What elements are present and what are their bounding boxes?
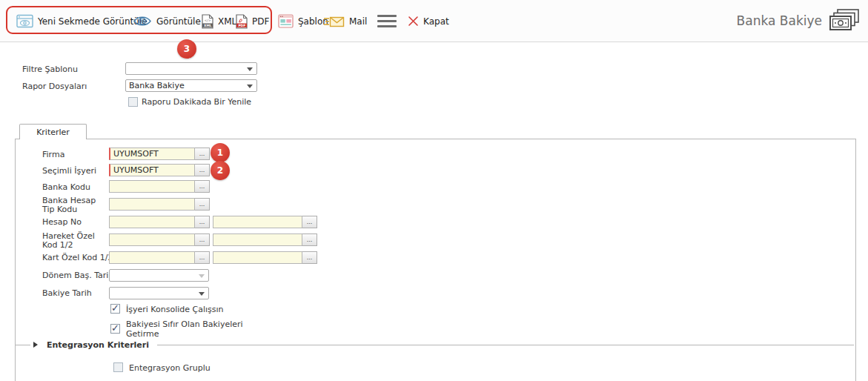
rapor-dosyalari-select[interactable]: Banka Bakiye <box>125 79 257 92</box>
view-label: Görüntüle <box>156 16 201 27</box>
hareket-ozel-kod-lookup-button-1[interactable]: ... <box>195 233 210 246</box>
banknotes-icon <box>828 8 861 35</box>
banka-hesap-tip-kodu-label: Banka Hesap Tip Kodu <box>42 196 110 214</box>
hesap-no-input-2[interactable] <box>213 216 302 228</box>
annotation-step-3: 3 <box>177 39 196 59</box>
entegrasyon-gruplu-label: Entegrasyon Gruplu <box>129 363 211 373</box>
firma-lookup-button[interactable]: ... <box>195 148 210 160</box>
page-title: Banka Bakiye <box>737 13 822 28</box>
template-button[interactable]: Şablon <box>278 0 328 42</box>
pdf-label: PDF <box>252 16 269 27</box>
xml-export-button[interactable]: </> XML XML <box>202 0 236 42</box>
refresh-every-minute-label: Raporu Dakikada Bir Yenile <box>142 97 251 107</box>
section-divider-left <box>16 345 30 345</box>
new-tab-view-icon <box>16 14 33 28</box>
hesap-no-input-1[interactable] <box>109 216 195 228</box>
toolbar: Yeni Sekmede Görüntüle Görüntüle </> X <box>0 0 868 42</box>
annotation-step-2: 2 <box>211 161 230 180</box>
bakiye-tarih-select[interactable] <box>109 287 209 299</box>
entegrasyon-kriterleri-section[interactable]: Entegrasyon Kriterleri <box>47 340 149 350</box>
isyeri-konsolide-label: İşyeri Konsolide Çalışsın <box>126 305 224 314</box>
banka-hesap-tip-kodu-input[interactable] <box>109 198 195 211</box>
secimli-isyeri-label: Seçimli İşyeri <box>42 167 110 176</box>
banka-kodu-label: Banka Kodu <box>42 183 110 192</box>
chevron-down-icon <box>247 67 253 71</box>
hesap-no-label: Hesap No <box>42 218 110 227</box>
isyeri-konsolide-checkbox[interactable] <box>110 304 120 314</box>
secimli-isyeri-input[interactable] <box>109 164 195 176</box>
mail-button[interactable]: Mail <box>324 0 367 42</box>
close-button[interactable]: Kapat <box>408 0 449 42</box>
filtre-sablonu-select[interactable] <box>125 62 257 75</box>
bakiyesi-sifir-checkbox[interactable] <box>110 324 120 334</box>
open-in-new-tab-label: Yeni Sekmede Görüntüle <box>38 16 148 27</box>
expander-arrow-icon[interactable] <box>33 342 38 348</box>
xml-label: XML <box>218 16 236 27</box>
close-label: Kapat <box>423 16 449 27</box>
view-button[interactable]: Görüntüle <box>133 0 201 42</box>
hareket-ozel-kod-input-2[interactable] <box>213 233 302 246</box>
hesap-no-lookup-button-1[interactable]: ... <box>195 216 210 228</box>
xml-file-icon: </> XML <box>202 14 213 29</box>
kart-ozel-kod-input-1[interactable] <box>109 251 195 264</box>
chevron-down-icon <box>247 85 253 88</box>
tab-kriterler[interactable]: Kriterler <box>19 124 87 139</box>
svg-text:XML: XML <box>204 23 212 27</box>
pdf-export-button[interactable]: PDF PDF <box>236 0 269 42</box>
kart-ozel-kod-label: Kart Özel Kod 1/2 <box>42 254 113 262</box>
annotation-step-1: 1 <box>211 143 230 162</box>
kart-ozel-kod-input-2[interactable] <box>213 251 302 264</box>
report-filter-window: Yeni Sekmede Görüntüle Görüntüle </> X <box>0 0 868 381</box>
kart-ozel-kod-lookup-button-2[interactable]: ... <box>302 251 317 264</box>
hareket-ozel-kod-label: Hareket Özel Kod 1/2 <box>42 232 110 250</box>
hareket-ozel-kod-lookup-button-2[interactable]: ... <box>302 233 317 246</box>
entegrasyon-gruplu-checkbox[interactable] <box>113 362 123 372</box>
menu-icon <box>377 15 397 27</box>
open-in-new-tab-button[interactable]: Yeni Sekmede Görüntüle <box>16 0 148 42</box>
banka-kodu-input[interactable] <box>109 180 195 193</box>
chevron-down-icon <box>199 274 205 278</box>
hareket-ozel-kod-input-1[interactable] <box>109 233 195 246</box>
bakiyesi-sifir-label: Bakiyesi Sıfır Olan Bakiyeleri Getirme <box>126 319 254 339</box>
svg-text:PDF: PDF <box>238 23 245 27</box>
section-divider-right <box>157 345 854 345</box>
chevron-down-icon <box>199 292 205 296</box>
svg-text:</>: </> <box>205 19 211 22</box>
donem-bas-tarihi-select[interactable] <box>109 269 209 282</box>
refresh-every-minute-checkbox[interactable] <box>128 97 138 107</box>
banka-kodu-lookup-button[interactable]: ... <box>195 180 210 193</box>
secimli-isyeri-lookup-button[interactable]: ... <box>195 164 210 176</box>
banka-hesap-tip-kodu-lookup-button[interactable]: ... <box>195 198 210 211</box>
rapor-dosyalari-label: Rapor Dosyaları <box>22 82 87 91</box>
kart-ozel-kod-lookup-button-1[interactable]: ... <box>195 251 210 264</box>
donem-bas-tarihi-label: Dönem Baş. Tarihi <box>42 271 110 280</box>
filtre-sablonu-label: Filtre Şablonu <box>22 64 78 74</box>
firma-input[interactable] <box>109 148 195 160</box>
menu-button[interactable] <box>377 0 397 42</box>
template-icon <box>278 14 294 28</box>
mail-icon <box>324 15 345 28</box>
mail-label: Mail <box>349 16 367 27</box>
pdf-file-icon: PDF <box>236 14 248 29</box>
close-x-icon <box>408 16 419 27</box>
hesap-no-lookup-button-2[interactable]: ... <box>302 216 317 228</box>
bakiye-tarih-label: Bakiye Tarih <box>42 289 110 298</box>
rapor-dosyalari-value: Banka Bakiye <box>129 81 185 90</box>
eye-icon <box>133 15 152 27</box>
firma-label: Firma <box>42 150 110 159</box>
